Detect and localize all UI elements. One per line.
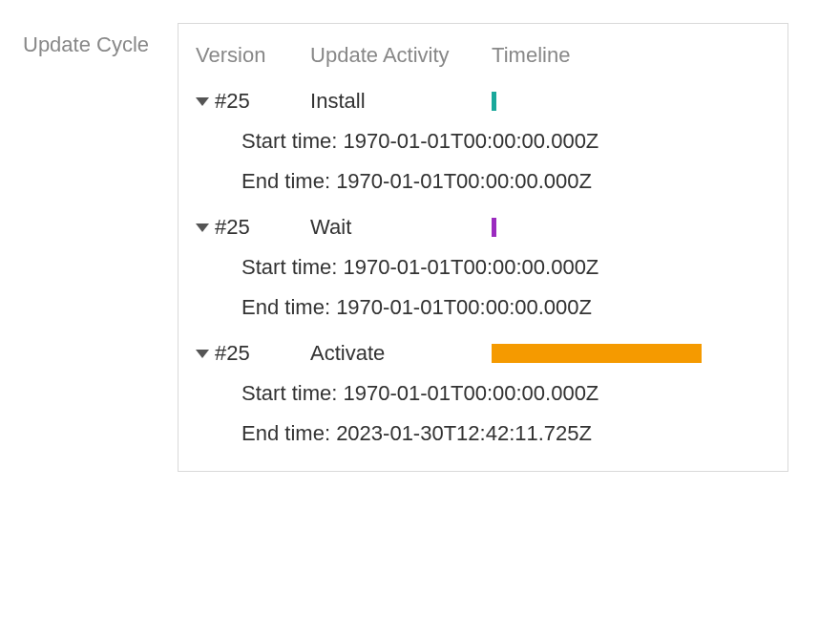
version-text: #25 <box>215 341 250 366</box>
end-time-row: End time: 1970-01-01T00:00:00.000Z <box>196 161 770 202</box>
start-time-row: Start time: 1970-01-01T00:00:00.000Z <box>196 247 770 287</box>
start-label: Start time: <box>242 381 343 405</box>
end-label: End time: <box>242 295 336 319</box>
table-row: #25 Install Start time: 1970-01-01T00:00… <box>196 81 770 202</box>
caret-down-icon[interactable] <box>196 97 209 106</box>
timeline-bar <box>492 344 702 363</box>
start-label: Start time: <box>242 129 343 153</box>
start-value: 1970-01-01T00:00:00.000Z <box>343 255 598 279</box>
timeline-bar <box>492 218 496 237</box>
update-cycle-panel: Version Update Activity Timeline #25 Ins… <box>178 23 788 472</box>
header-activity: Update Activity <box>310 43 492 68</box>
version-text: #25 <box>215 89 250 114</box>
start-value: 1970-01-01T00:00:00.000Z <box>343 381 598 405</box>
end-value: 1970-01-01T00:00:00.000Z <box>336 295 592 319</box>
end-label: End time: <box>242 421 336 445</box>
caret-down-icon[interactable] <box>196 350 209 358</box>
start-time-row: Start time: 1970-01-01T00:00:00.000Z <box>196 121 770 161</box>
timeline-bar <box>492 92 496 111</box>
section-label: Update Cycle <box>23 23 149 57</box>
end-label: End time: <box>242 169 336 193</box>
start-value: 1970-01-01T00:00:00.000Z <box>343 129 598 153</box>
activity-text: Wait <box>310 215 492 240</box>
header-timeline: Timeline <box>492 43 770 68</box>
caret-down-icon[interactable] <box>196 223 209 232</box>
activity-text: Install <box>310 89 492 114</box>
end-time-row: End time: 1970-01-01T00:00:00.000Z <box>196 287 770 328</box>
table-header: Version Update Activity Timeline <box>196 35 770 75</box>
end-value: 1970-01-01T00:00:00.000Z <box>336 169 592 193</box>
end-value: 2023-01-30T12:42:11.725Z <box>336 421 592 445</box>
table-row: #25 Wait Start time: 1970-01-01T00:00:00… <box>196 207 770 328</box>
header-version: Version <box>196 43 310 68</box>
start-label: Start time: <box>242 255 343 279</box>
version-text: #25 <box>215 215 250 240</box>
table-row: #25 Activate Start time: 1970-01-01T00:0… <box>196 333 770 454</box>
start-time-row: Start time: 1970-01-01T00:00:00.000Z <box>196 373 770 414</box>
activity-text: Activate <box>310 341 492 366</box>
end-time-row: End time: 2023-01-30T12:42:11.725Z <box>196 414 770 454</box>
